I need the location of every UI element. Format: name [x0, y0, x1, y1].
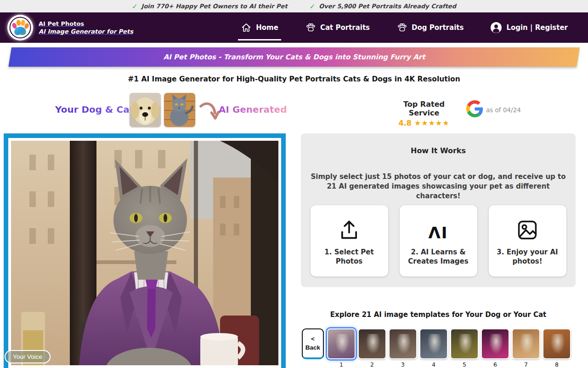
nav-label: Cat Portraits [320, 23, 370, 32]
nav-label: Home [256, 23, 278, 32]
upload-icon [337, 205, 361, 245]
template-number: 5 [463, 361, 466, 368]
how-it-works-description: Simply select just 15 photos of your cat… [310, 172, 566, 201]
check-icon: ✓ [132, 2, 138, 11]
showcase-image-frame [4, 133, 286, 368]
template-number: 8 [555, 361, 559, 368]
template-item: 1 [327, 328, 356, 368]
template-thumb-cat-cafe-purple-suit[interactable] [327, 328, 356, 359]
nav-dog-portraits[interactable]: Dog Portraits [396, 12, 464, 43]
promo-banner: AI Pet Photos - Transform Your Cats & Do… [8, 47, 580, 67]
back-button[interactable]: < Back [302, 328, 324, 359]
template-item: 8 [543, 328, 571, 368]
rating-block: Top Rated Service 4.8 ★★★★★ [387, 100, 461, 127]
top-announcement-bar: ✓ Join 770+ Happy Pet Owners to AI their… [0, 0, 588, 12]
step-card-enjoy-photos: 3. Enjoy your AI photos! [489, 205, 566, 276]
brand-home-link[interactable]: AI Pet Photos AI Image Generator for Pet… [7, 15, 133, 40]
paw-icon [305, 22, 316, 33]
paw-logo-icon [7, 15, 33, 40]
step-card-ai-learns: ΛI 2. AI Learns & Creates Images [400, 205, 477, 276]
template-carousel: < Back 1 2 3 4 5 6 7 [302, 328, 571, 368]
template-thumb-cat-astronaut[interactable] [419, 328, 448, 359]
curved-down-arrow-icon [198, 100, 220, 125]
image-icon [515, 205, 539, 245]
template-thumb-dog-winter-hat-wine[interactable] [358, 328, 386, 359]
how-it-works-title: How It Works [301, 146, 576, 155]
brand-title[interactable]: AI Pet Photos [39, 20, 133, 27]
step-label: 2. AI Learns & Creates Images [400, 245, 477, 266]
paw-icon [396, 22, 407, 33]
ai-icon: ΛI [429, 205, 448, 245]
template-number: 3 [401, 361, 405, 368]
nav-label: Login | Register [506, 23, 568, 32]
template-number: 2 [370, 361, 374, 368]
template-number: 6 [493, 361, 497, 368]
your-voice-button[interactable]: Your Voice [5, 350, 51, 363]
cat-photo [164, 93, 195, 127]
step-label: 1. Select Pet Photos [311, 245, 388, 266]
page: ✓ Join 770+ Happy Pet Owners to AI their… [0, 0, 588, 368]
template-thumb-cat-rockstar[interactable] [481, 328, 509, 359]
home-icon [241, 22, 252, 33]
template-thumb-cat-red-bandana[interactable] [389, 328, 417, 359]
announcement-text: Join 770+ Happy Pet Owners to AI their P… [141, 3, 288, 10]
template-number: 4 [432, 361, 435, 368]
nav-login-register[interactable]: Login | Register [490, 12, 568, 43]
template-thumb-cat-outdoor-bar[interactable] [512, 328, 540, 359]
explore-title: Explore 21 AI image templates for Your D… [301, 310, 576, 319]
announcement-item: ✓ Over 5,900 Pet Portraits Already Craft… [310, 2, 456, 11]
your-pets-label: Your Dog & Cat [55, 104, 134, 115]
announcement-item: ✓ Join 770+ Happy Pet Owners to AI their… [132, 2, 288, 11]
rating-stars: ★★★★★ [414, 119, 450, 127]
main-nav: Home Cat Portraits Dog P [241, 12, 568, 43]
template-item: 4 [419, 328, 448, 368]
rating-value: 4.8 [398, 119, 411, 127]
back-label: Back [305, 344, 320, 352]
steps-row: 1. Select Pet Photos ΛI 2. AI Learns & C… [301, 205, 576, 276]
template-thumb-dog-yellow-jacket[interactable] [450, 328, 479, 359]
rating-date-note: as of 04/24 [486, 106, 521, 114]
template-item: 7 [512, 328, 540, 368]
template-item: 3 [389, 328, 417, 368]
step-label: 3. Enjoy your AI photos! [489, 245, 566, 266]
nav-label: Dog Portraits [412, 23, 464, 32]
rating-title: Top Rated Service [387, 100, 461, 117]
ai-generated-label: AI Generated [219, 104, 287, 115]
template-number: 1 [339, 361, 343, 368]
user-icon [490, 22, 502, 34]
dog-photo [130, 93, 161, 127]
template-number: 7 [524, 361, 528, 368]
rating-row: 4.8 ★★★★★ [387, 119, 461, 127]
check-icon: ✓ [310, 2, 316, 11]
how-it-works-panel: How It Works Simply select just 15 photo… [301, 133, 576, 287]
step-card-select-photos: 1. Select Pet Photos [311, 205, 388, 276]
nav-home[interactable]: Home [241, 12, 278, 43]
google-g-icon [466, 100, 483, 119]
template-thumb-cat-red-scarf-sunset[interactable] [543, 328, 571, 359]
back-chevron: < [311, 335, 315, 343]
showcase-image [11, 141, 278, 365]
announcement-text: Over 5,900 Pet Portraits Already Crafted [319, 3, 456, 10]
template-item: 5 [450, 328, 479, 368]
template-item: 2 [358, 328, 386, 368]
promo-banner-text: AI Pet Photos - Transform Your Cats & Do… [163, 53, 425, 61]
brand-subtitle[interactable]: AI Image Generator for Pets [39, 28, 133, 35]
nav-cat-portraits[interactable]: Cat Portraits [305, 12, 370, 43]
template-item: 6 [481, 328, 509, 368]
header: AI Pet Photos AI Image Generator for Pet… [0, 12, 588, 43]
page-headline: #1 AI Image Generator for High-Quality P… [0, 75, 588, 83]
brand-text: AI Pet Photos AI Image Generator for Pet… [39, 20, 133, 35]
